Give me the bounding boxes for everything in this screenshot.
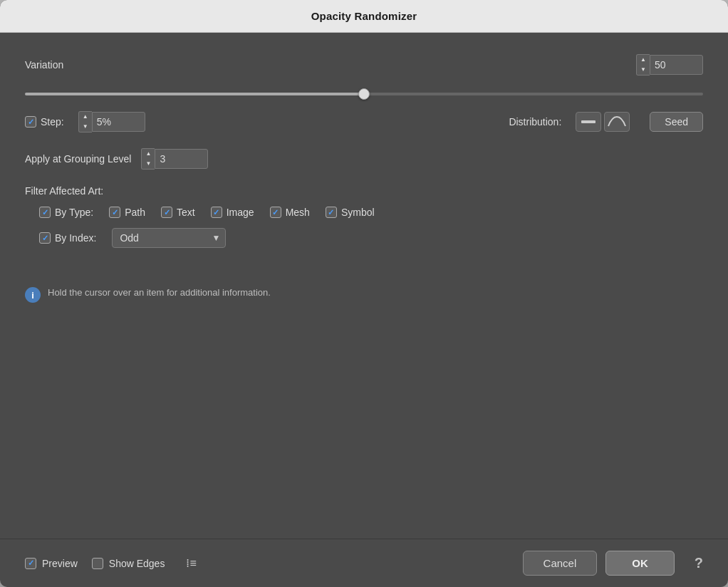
dist-bell-button[interactable] [604, 112, 630, 132]
title-bar: Opacity Randomizer [0, 0, 728, 33]
grouping-input[interactable] [155, 149, 208, 169]
by-type-checkbox-group: By Type: [39, 207, 93, 218]
show-edges-checkbox[interactable] [92, 558, 103, 569]
help-button[interactable]: ? [695, 555, 703, 571]
symbol-checkbox-group: Symbol [326, 207, 375, 218]
image-checkbox-group: Image [211, 207, 254, 218]
grouping-label: Apply at Grouping Level [25, 153, 131, 165]
text-checkbox-group: Text [161, 207, 195, 218]
preview-checkbox[interactable] [25, 558, 36, 569]
step-label: Step: [41, 116, 64, 128]
mesh-checkbox-group: Mesh [270, 207, 310, 218]
symbol-label: Symbol [341, 207, 375, 218]
variation-label: Variation [25, 59, 636, 71]
dist-flat-button[interactable] [576, 112, 601, 132]
action-buttons: Cancel OK [523, 551, 675, 576]
by-type-row: By Type: Path Text Image Mesh [25, 207, 703, 218]
mesh-label: Mesh [286, 207, 310, 218]
show-edges-label: Show Edges [109, 558, 165, 569]
preview-group: Preview [25, 558, 78, 569]
path-checkbox[interactable] [109, 207, 120, 218]
show-edges-group: Show Edges [92, 558, 165, 569]
svg-rect-0 [581, 120, 596, 123]
slider-row [25, 85, 703, 98]
seed-button[interactable]: Seed [650, 112, 703, 132]
by-type-checkbox[interactable] [39, 207, 51, 218]
distribution-buttons [576, 112, 630, 132]
cancel-button[interactable]: Cancel [523, 551, 598, 576]
symbol-checkbox[interactable] [326, 207, 337, 218]
variation-increment[interactable]: ▲ [637, 55, 650, 65]
step-dist-row: Step: ▲ ▼ Distribution: [25, 111, 703, 133]
grouping-decrement[interactable]: ▼ [142, 159, 155, 169]
image-label: Image [227, 207, 254, 218]
step-spinner-group: ▲ ▼ [78, 111, 145, 133]
info-text: Hold the cursor over an item for additio… [48, 286, 271, 299]
by-index-row: By Index: Odd Even All ▼ [25, 228, 703, 248]
path-label: Path [125, 207, 145, 218]
menu-icon[interactable]: ⁞≡ [186, 556, 196, 570]
info-section: i Hold the cursor over an item for addit… [25, 272, 703, 524]
mesh-checkbox[interactable] [270, 207, 281, 218]
variation-decrement[interactable]: ▼ [637, 65, 650, 75]
text-checkbox[interactable] [161, 207, 172, 218]
grouping-increment[interactable]: ▲ [142, 149, 155, 159]
dialog-title: Opacity Randomizer [14, 10, 714, 22]
index-dropdown-wrapper: Odd Even All ▼ [112, 228, 226, 248]
by-index-checkbox-group: By Index: [39, 232, 96, 244]
text-label: Text [177, 207, 195, 218]
grouping-spinner-arrows: ▲ ▼ [141, 148, 155, 170]
bottom-bar: Preview Show Edges ⁞≡ Cancel OK ? [0, 539, 728, 587]
ok-button[interactable]: OK [605, 551, 675, 576]
variation-row: Variation ▲ ▼ [25, 54, 703, 76]
step-increment[interactable]: ▲ [79, 112, 92, 122]
dialog-content: Variation ▲ ▼ Step: ▲ ▼ [0, 33, 728, 539]
image-checkbox[interactable] [211, 207, 222, 218]
filter-title: Filter Affected Art: [25, 185, 703, 197]
variation-spinner-group: ▲ ▼ [636, 54, 703, 76]
step-spinner-arrows: ▲ ▼ [78, 111, 92, 133]
by-index-checkbox[interactable] [39, 232, 51, 244]
dist-flat-icon [580, 117, 597, 127]
filter-section: Filter Affected Art: By Type: Path Text [25, 185, 703, 258]
index-dropdown[interactable]: Odd Even All [112, 228, 226, 248]
grouping-spinner-group: ▲ ▼ [141, 148, 208, 170]
variation-slider[interactable] [25, 93, 703, 95]
step-checkbox-group: Step: [25, 116, 64, 128]
step-decrement[interactable]: ▼ [79, 122, 92, 132]
by-index-label: By Index: [55, 232, 96, 244]
by-type-label: By Type: [55, 207, 93, 218]
variation-input[interactable] [650, 55, 703, 75]
grouping-row: Apply at Grouping Level ▲ ▼ [25, 148, 703, 170]
step-checkbox[interactable] [25, 116, 36, 128]
variation-spinner-arrows: ▲ ▼ [636, 54, 650, 76]
path-checkbox-group: Path [109, 207, 145, 218]
preview-label: Preview [42, 558, 78, 569]
info-icon: i [25, 287, 41, 303]
dist-bell-icon [607, 115, 627, 128]
distribution-label: Distribution: [509, 116, 561, 128]
step-input[interactable] [92, 112, 145, 132]
dialog-container: Opacity Randomizer Variation ▲ ▼ Step: [0, 0, 728, 587]
